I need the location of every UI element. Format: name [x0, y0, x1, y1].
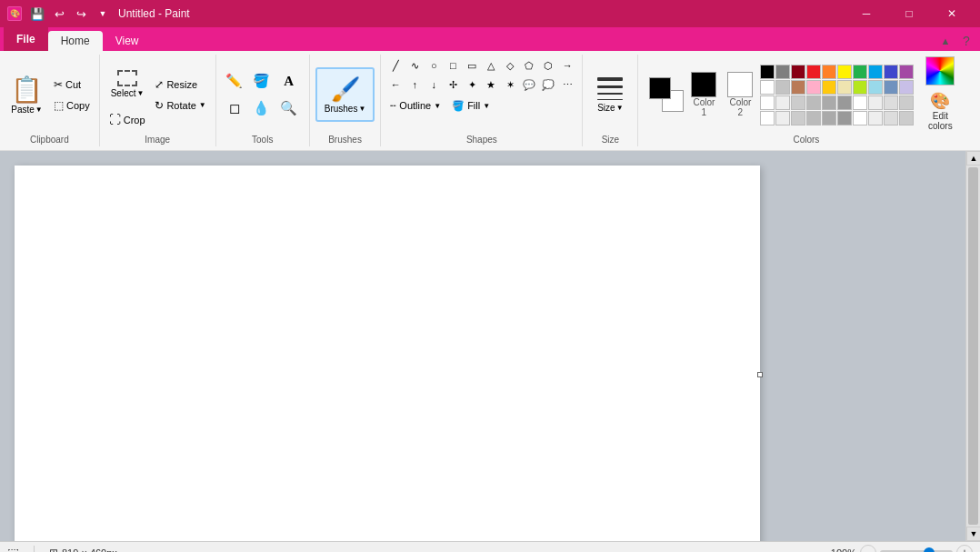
swatch-cream[interactable]: [837, 80, 852, 95]
shape-more[interactable]: ⋯: [558, 75, 576, 94]
close-button[interactable]: ✕: [931, 0, 973, 27]
swatch-indigo[interactable]: [884, 65, 898, 79]
swatch-r4-5[interactable]: [822, 111, 836, 125]
magnifier-tool[interactable]: 🔍: [276, 95, 302, 121]
scroll-thumb[interactable]: [968, 167, 978, 525]
copy-button[interactable]: ⬚ Copy: [50, 95, 94, 115]
swatch-white[interactable]: [760, 80, 775, 95]
shape-callout2[interactable]: 💭: [539, 75, 557, 94]
swatch-green[interactable]: [853, 65, 867, 79]
swatch-r4-4[interactable]: [806, 111, 821, 125]
shape-diamond[interactable]: ◇: [501, 56, 519, 75]
swatch-r3-9[interactable]: [884, 95, 898, 110]
brushes-button[interactable]: 🖌️ Brushes ▼: [315, 67, 375, 122]
scroll-down-button[interactable]: ▼: [966, 527, 980, 541]
swatch-r3-10[interactable]: [899, 95, 914, 110]
swatch-gray[interactable]: [775, 65, 790, 79]
scrollbar-vertical[interactable]: ▲ ▼: [965, 151, 980, 541]
qat-dropdown[interactable]: ▼: [93, 4, 113, 24]
pencil-tool[interactable]: ✏️: [222, 68, 247, 94]
shape-star5[interactable]: ★: [482, 75, 500, 94]
swatch-lavender[interactable]: [899, 80, 914, 95]
shape-arrow-up[interactable]: ↑: [405, 75, 424, 94]
swatch-r4-9[interactable]: [884, 111, 898, 125]
canvas-wrapper[interactable]: [0, 151, 965, 541]
ribbon-collapse-button[interactable]: ▲: [936, 32, 955, 50]
swatch-r4-2[interactable]: [775, 111, 790, 125]
shape-arrow-right[interactable]: →: [558, 56, 576, 75]
eraser-tool[interactable]: ◻: [222, 95, 247, 121]
color2-button[interactable]: Color2: [724, 70, 756, 119]
select-button[interactable]: Select ▼: [105, 60, 150, 109]
shape-hexa[interactable]: ⬡: [539, 56, 557, 75]
swatch-r3-6[interactable]: [837, 95, 852, 110]
swatch-r4-10[interactable]: [899, 111, 914, 125]
tab-home[interactable]: Home: [48, 31, 103, 51]
shape-star4[interactable]: ✦: [463, 75, 481, 94]
zoom-thumb[interactable]: [924, 547, 935, 553]
swatch-r3-4[interactable]: [806, 95, 821, 110]
redo-button[interactable]: ↪: [71, 4, 91, 24]
color1-button[interactable]: Color1: [687, 70, 720, 119]
shape-star6[interactable]: ✶: [501, 75, 519, 94]
swatch-ltgray[interactable]: [775, 80, 790, 95]
shape-curve[interactable]: ∿: [405, 56, 424, 75]
swatch-r3-5[interactable]: [822, 95, 836, 110]
swatch-darkred[interactable]: [791, 65, 805, 79]
swatch-r3-7[interactable]: [853, 95, 867, 110]
shape-rect[interactable]: □: [444, 56, 462, 75]
scroll-up-button[interactable]: ▲: [966, 151, 980, 166]
canvas-surface[interactable]: [15, 166, 760, 541]
swatch-r4-3[interactable]: [791, 111, 805, 125]
swatch-r3-3[interactable]: [791, 95, 805, 110]
shape-line[interactable]: ╱: [386, 56, 405, 75]
shape-triangle[interactable]: △: [482, 56, 500, 75]
swatch-gold[interactable]: [822, 80, 836, 95]
shape-arrow-left[interactable]: ←: [386, 75, 405, 94]
swatch-r4-8[interactable]: [868, 111, 883, 125]
shape-callout[interactable]: 💬: [520, 75, 538, 94]
swatch-pink[interactable]: [806, 80, 821, 95]
resize-handle-right[interactable]: [757, 372, 763, 377]
undo-button[interactable]: ↩: [49, 4, 69, 24]
shape-penta[interactable]: ⬠: [520, 56, 538, 75]
shape-arrow-down[interactable]: ↓: [425, 75, 443, 94]
tab-view[interactable]: View: [103, 31, 152, 51]
swatch-r4-7[interactable]: [853, 111, 867, 125]
rainbow-swatch[interactable]: [925, 56, 955, 85]
zoom-out-button[interactable]: −: [860, 545, 876, 553]
swatch-blue[interactable]: [868, 65, 883, 79]
shape-4arrow[interactable]: ✢: [444, 75, 462, 94]
tab-file[interactable]: File: [4, 27, 48, 51]
maximize-button[interactable]: □: [888, 0, 930, 27]
size-button[interactable]: Size ▼: [588, 67, 632, 122]
text-tool[interactable]: A: [276, 68, 302, 94]
rotate-button[interactable]: ↻ Rotate ▼: [151, 95, 209, 115]
shape-rect2[interactable]: ▭: [463, 56, 481, 75]
swatch-black[interactable]: [760, 65, 775, 79]
swatch-purple[interactable]: [899, 65, 914, 79]
paste-button[interactable]: 📋 Paste ▼: [5, 67, 48, 122]
crop-button[interactable]: ⛶ Crop: [105, 110, 150, 130]
swatch-r4-1[interactable]: [760, 111, 775, 125]
swatch-steelblue[interactable]: [884, 80, 898, 95]
swatch-r3-8[interactable]: [868, 95, 883, 110]
swatch-orange[interactable]: [822, 65, 836, 79]
zoom-in-button[interactable]: +: [956, 545, 973, 553]
edit-colors-button[interactable]: 🎨 Edit colors: [917, 89, 963, 133]
swatch-r3-2[interactable]: [775, 95, 790, 110]
fill-tool[interactable]: 🪣: [249, 68, 275, 94]
save-button[interactable]: 💾: [27, 4, 47, 24]
shape-oval[interactable]: ○: [425, 56, 443, 75]
help-button[interactable]: ?: [956, 31, 976, 51]
outline-button[interactable]: ╌ Outline ▼: [386, 95, 445, 115]
swatch-brown[interactable]: [791, 80, 805, 95]
swatch-lime[interactable]: [853, 80, 867, 95]
fill-button[interactable]: 🪣 Fill ▼: [448, 95, 494, 115]
swatch-red[interactable]: [806, 65, 821, 79]
cut-button[interactable]: ✂ Cut: [50, 75, 94, 95]
minimize-button[interactable]: ─: [845, 0, 887, 27]
color-picker-tool[interactable]: 💧: [249, 95, 275, 121]
swatch-yellow[interactable]: [837, 65, 852, 79]
swatch-r4-6[interactable]: [837, 111, 852, 125]
